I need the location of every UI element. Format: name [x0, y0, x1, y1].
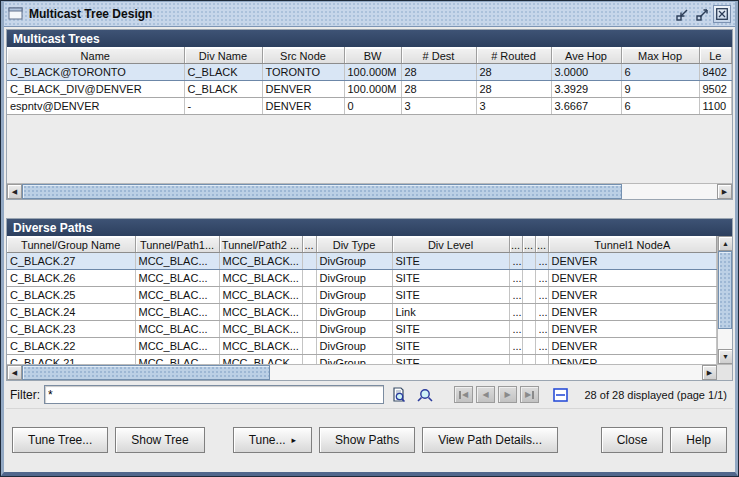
- paths-hscroll-thumb[interactable]: [22, 365, 270, 380]
- scroll-left-icon[interactable]: ◀: [7, 365, 22, 380]
- table-cell[interactable]: 6: [621, 64, 699, 81]
- table-cell[interactable]: ...: [509, 270, 522, 287]
- column-header[interactable]: Name: [7, 48, 184, 64]
- table-cell[interactable]: C_BLACK: [184, 64, 262, 81]
- table-cell[interactable]: [302, 304, 316, 321]
- table-cell[interactable]: [522, 321, 535, 338]
- table-cell[interactable]: [302, 253, 316, 270]
- window-titlebar[interactable]: Multicast Tree Design: [4, 2, 735, 27]
- tune-menu-button[interactable]: Tune... ▸: [233, 427, 312, 453]
- table-row[interactable]: C_BLACK.22MCC_BLAC...MCC_BLACK...DivGrou…: [7, 338, 717, 355]
- table-cell[interactable]: [522, 304, 535, 321]
- next-page-icon[interactable]: ▶: [498, 386, 517, 403]
- table-cell[interactable]: MCC_BLACK...: [219, 270, 302, 287]
- column-header[interactable]: Div Type: [316, 237, 392, 253]
- table-cell[interactable]: MCC_BLAC...: [135, 287, 219, 304]
- table-cell[interactable]: 6: [621, 98, 699, 115]
- table-cell[interactable]: MCC_BLAC...: [135, 355, 219, 365]
- table-cell[interactable]: 3: [401, 98, 476, 115]
- table-cell[interactable]: ...: [535, 321, 548, 338]
- table-cell[interactable]: [302, 338, 316, 355]
- table-cell[interactable]: 9: [621, 81, 699, 98]
- table-cell[interactable]: MCC_BLACK...: [219, 355, 302, 365]
- table-cell[interactable]: ...: [535, 304, 548, 321]
- table-cell[interactable]: 100.000M: [344, 64, 401, 81]
- table-cell[interactable]: DENVER: [548, 321, 717, 338]
- table-cell[interactable]: ...: [535, 287, 548, 304]
- table-cell[interactable]: [522, 270, 535, 287]
- table-cell[interactable]: 3.0000: [551, 64, 621, 81]
- table-cell[interactable]: C_BLACK.23: [7, 321, 135, 338]
- table-cell[interactable]: DivGroup: [316, 304, 392, 321]
- table-cell[interactable]: MCC_BLACK...: [219, 338, 302, 355]
- column-header[interactable]: Tunnel1 NodeA: [548, 237, 717, 253]
- paths-vscroll-thumb[interactable]: [718, 251, 732, 329]
- table-cell[interactable]: SITE: [392, 355, 509, 365]
- table-cell[interactable]: ...: [535, 338, 548, 355]
- table-cell[interactable]: [522, 253, 535, 270]
- table-cell[interactable]: MCC_BLACK...: [219, 287, 302, 304]
- table-cell[interactable]: MCC_BLAC...: [135, 253, 219, 270]
- paths-vscroll-track[interactable]: [718, 329, 732, 349]
- table-row[interactable]: C_BLACK.24MCC_BLAC...MCC_BLACK...DivGrou…: [7, 304, 717, 321]
- table-cell[interactable]: DENVER: [548, 304, 717, 321]
- table-cell[interactable]: ...: [509, 338, 522, 355]
- scroll-left-icon[interactable]: ◀: [7, 184, 22, 199]
- scroll-right-icon[interactable]: ▶: [717, 184, 732, 199]
- table-cell[interactable]: SITE: [392, 287, 509, 304]
- table-cell[interactable]: [302, 287, 316, 304]
- show-tree-button[interactable]: Show Tree: [115, 427, 204, 453]
- zoom-search-icon[interactable]: [414, 385, 436, 405]
- table-cell[interactable]: SITE: [392, 270, 509, 287]
- scroll-right-icon[interactable]: ▶: [702, 365, 717, 380]
- help-button[interactable]: Help: [670, 427, 727, 453]
- last-page-icon[interactable]: ▶: [520, 386, 539, 403]
- previous-page-icon[interactable]: ◀: [476, 386, 495, 403]
- scroll-up-icon[interactable]: ▲: [718, 236, 732, 251]
- table-cell[interactable]: C_BLACK.22: [7, 338, 135, 355]
- table-view-icon[interactable]: [549, 385, 571, 405]
- column-header[interactable]: Tunnel/Path1...: [135, 237, 219, 253]
- table-cell[interactable]: SITE: [392, 338, 509, 355]
- table-cell[interactable]: 0: [344, 98, 401, 115]
- table-cell[interactable]: ...: [535, 355, 548, 365]
- table-cell[interactable]: C_BLACK.26: [7, 270, 135, 287]
- table-row[interactable]: C_BLACK_DIV@DENVERC_BLACKDENVER100.000M2…: [7, 81, 732, 98]
- minimize-icon[interactable]: [673, 5, 691, 23]
- table-row[interactable]: C_BLACK.27MCC_BLAC...MCC_BLACK...DivGrou…: [7, 253, 717, 270]
- table-cell[interactable]: C_BLACK.25: [7, 287, 135, 304]
- table-cell[interactable]: DENVER: [548, 355, 717, 365]
- column-header[interactable]: Div Level: [392, 237, 509, 253]
- table-cell[interactable]: DivGroup: [316, 270, 392, 287]
- first-page-icon[interactable]: ◀: [454, 386, 473, 403]
- trees-hscroll-thumb[interactable]: [22, 184, 622, 199]
- table-cell[interactable]: 8402: [699, 64, 732, 81]
- column-header[interactable]: ...: [509, 237, 522, 253]
- table-cell[interactable]: SITE: [392, 253, 509, 270]
- column-header[interactable]: Tunnel/Path2 ...: [219, 237, 302, 253]
- table-cell[interactable]: MCC_BLACK...: [219, 253, 302, 270]
- trees-horizontal-scrollbar[interactable]: ◀ ▶: [7, 183, 732, 199]
- table-cell[interactable]: C_BLACK_DIV@DENVER: [7, 81, 184, 98]
- paths-hscroll-track[interactable]: [270, 365, 702, 380]
- table-cell[interactable]: ...: [509, 355, 522, 365]
- scroll-down-icon[interactable]: ▼: [718, 349, 732, 364]
- trees-hscroll-track[interactable]: [622, 184, 717, 199]
- table-cell[interactable]: DivGroup: [316, 338, 392, 355]
- table-cell[interactable]: DENVER: [548, 270, 717, 287]
- table-cell[interactable]: C_BLACK.21: [7, 355, 135, 365]
- column-header[interactable]: ...: [535, 237, 548, 253]
- table-cell[interactable]: 100.000M: [344, 81, 401, 98]
- table-cell[interactable]: DENVER: [548, 338, 717, 355]
- table-cell[interactable]: ...: [535, 270, 548, 287]
- table-cell[interactable]: ...: [509, 253, 522, 270]
- table-cell[interactable]: DivGroup: [316, 287, 392, 304]
- table-row[interactable]: C_BLACK.21MCC_BLAC...MCC_BLACK...DivGrou…: [7, 355, 717, 365]
- table-cell[interactable]: espntv@DENVER: [7, 98, 184, 115]
- table-cell[interactable]: 9502: [699, 81, 732, 98]
- table-cell[interactable]: MCC_BLACK...: [219, 321, 302, 338]
- column-header[interactable]: ...: [302, 237, 316, 253]
- table-cell[interactable]: TORONTO: [262, 64, 344, 81]
- table-cell[interactable]: MCC_BLAC...: [135, 321, 219, 338]
- column-header[interactable]: Le: [699, 48, 732, 64]
